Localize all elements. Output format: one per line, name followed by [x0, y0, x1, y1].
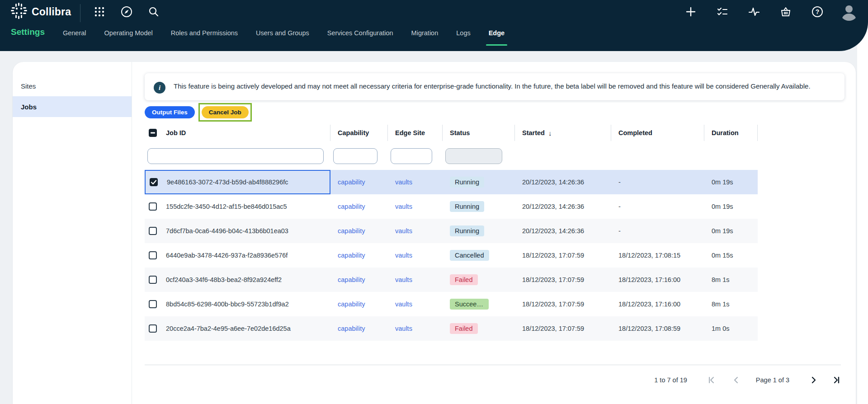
sidebar-item-jobs[interactable]: Jobs [13, 96, 132, 117]
capability-filter-input[interactable] [333, 148, 377, 164]
edge-site-link[interactable]: vaults [395, 325, 412, 332]
tab-services-configuration[interactable]: Services Configuration [327, 29, 393, 37]
select-all-checkbox[interactable] [149, 129, 157, 137]
cancel-job-button[interactable]: Cancel Job [202, 106, 249, 118]
started-cell: 18/12/2023, 17:07:59 [515, 325, 611, 332]
duration-cell: 1m 0s [704, 325, 758, 332]
first-page-button[interactable] [707, 376, 716, 385]
duration-cell: 8m 1s [704, 301, 758, 308]
tab-users-and-groups[interactable]: Users and Groups [256, 29, 309, 37]
last-page-button[interactable] [832, 376, 841, 385]
compass-icon[interactable] [118, 3, 136, 21]
duration-cell: 0m 15s [704, 252, 758, 259]
edge-site-link[interactable]: vaults [395, 179, 412, 186]
duration-cell: 0m 19s [704, 179, 758, 186]
job-id-cell: 9e486163-3072-473d-b59d-ab4f888296fc [167, 179, 288, 186]
edge-site-link[interactable]: vaults [395, 203, 412, 210]
tasks-icon[interactable] [713, 3, 731, 21]
status-badge: Succeeded [450, 299, 489, 310]
help-icon[interactable]: ? [808, 3, 826, 21]
apps-grid-icon[interactable] [90, 3, 108, 21]
main-nav: GeneralOperating ModelRoles and Permissi… [63, 29, 523, 37]
col-header-completed[interactable]: Completed [611, 125, 704, 141]
capability-link[interactable]: capability [338, 227, 365, 235]
svg-text:?: ? [816, 8, 820, 15]
col-header-job-id[interactable]: Job ID [166, 129, 186, 136]
completed-cell: 18/12/2023, 17:16:00 [611, 276, 704, 283]
capability-link[interactable]: capability [338, 301, 365, 308]
tab-general[interactable]: General [63, 29, 86, 37]
job-id-cell: 0cf240a3-34f6-48b3-bea2-8f92a924eff2 [166, 276, 282, 283]
table-row[interactable]: 9e486163-3072-473d-b59d-ab4f888296fc cap… [145, 170, 758, 194]
row-checkbox[interactable] [149, 276, 157, 284]
edge-site-link[interactable]: vaults [395, 252, 412, 259]
content-card: SitesJobs i This feature is being active… [13, 62, 856, 404]
started-cell: 20/12/2023, 14:26:36 [515, 203, 611, 210]
table-row[interactable]: 155dc2fe-3450-4d12-af15-be846d015ac5 cap… [145, 194, 758, 219]
avatar[interactable] [840, 3, 858, 21]
output-files-button[interactable]: Output Files [145, 106, 195, 118]
row-checkbox[interactable] [149, 300, 157, 308]
next-page-button[interactable] [809, 376, 818, 385]
edge-site-link[interactable]: vaults [395, 227, 412, 235]
col-header-duration[interactable]: Duration [704, 125, 758, 141]
col-header-status[interactable]: Status [443, 125, 515, 141]
completed-cell: - [611, 179, 704, 186]
col-header-edge-site[interactable]: Edge Site [388, 125, 443, 141]
search-icon[interactable] [145, 3, 163, 21]
edge-site-filter-input[interactable] [391, 148, 432, 164]
tab-roles-and-permissions[interactable]: Roles and Permissions [171, 29, 238, 37]
started-cell: 18/12/2023, 17:07:59 [515, 276, 611, 283]
row-checkbox[interactable] [149, 202, 157, 211]
activity-icon[interactable] [745, 3, 763, 21]
table-row[interactable]: 8bd54c85-6298-400b-bbc9-55723b1df9a2 cap… [145, 292, 758, 316]
table-row[interactable]: 6440e9ab-3478-4426-937a-f2a8936e576f cap… [145, 243, 758, 268]
capability-link[interactable]: capability [338, 179, 365, 186]
info-icon: i [154, 82, 165, 94]
scrollbar-track[interactable] [857, 0, 868, 404]
row-checkbox[interactable] [149, 251, 157, 259]
settings-section-label[interactable]: Settings [11, 27, 45, 37]
sidebar: SitesJobs [13, 62, 132, 404]
completed-cell: 18/12/2023, 17:16:00 [611, 301, 704, 308]
tab-migration[interactable]: Migration [411, 29, 439, 37]
topbar-divider [80, 4, 80, 22]
edge-site-link[interactable]: vaults [395, 301, 412, 308]
edge-site-link[interactable]: vaults [395, 276, 412, 283]
job-id-filter-input[interactable] [147, 148, 324, 164]
table-row[interactable]: 20cce2a4-7ba2-4e95-a6ee-7e02de16d25a cap… [145, 316, 758, 341]
started-cell: 20/12/2023, 14:26:36 [515, 179, 611, 186]
collibra-brand[interactable]: Collibra [11, 3, 71, 21]
tab-logs[interactable]: Logs [456, 29, 470, 37]
col-header-started[interactable]: Started ↓ [515, 125, 611, 141]
row-checkbox[interactable] [149, 324, 157, 333]
capability-link[interactable]: capability [338, 325, 365, 332]
previous-page-button[interactable] [731, 376, 741, 385]
tab-operating-model[interactable]: Operating Model [104, 29, 153, 37]
pagination-range: 1 to 7 of 19 [654, 376, 687, 384]
table-row[interactable]: 0cf240a3-34f6-48b3-bea2-8f92a924eff2 cap… [145, 268, 758, 292]
capability-link[interactable]: capability [338, 276, 365, 283]
beta-info-banner: i This feature is being actively develop… [145, 73, 844, 100]
basket-icon[interactable] [777, 3, 795, 21]
sidebar-item-sites[interactable]: Sites [13, 75, 132, 96]
main-panel: i This feature is being actively develop… [132, 62, 856, 404]
table-header-row: Job ID Capability Edge Site Status Start… [145, 123, 758, 143]
row-checkbox[interactable] [150, 178, 158, 186]
capability-link[interactable]: capability [338, 203, 365, 210]
table-row[interactable]: 7d6cf7ba-0ca6-4496-b04c-413b6b01ea03 cap… [145, 219, 758, 243]
started-cell: 18/12/2023, 17:07:59 [515, 301, 611, 308]
banner-text: This feature is being actively developed… [174, 81, 811, 91]
capability-link[interactable]: capability [338, 252, 365, 259]
status-badge: Failed [450, 274, 478, 285]
tab-edge[interactable]: Edge [489, 29, 505, 37]
col-header-capability[interactable]: Capability [330, 125, 388, 141]
job-id-cell: 6440e9ab-3478-4426-937a-f2a8936e576f [166, 252, 288, 259]
table-body: 9e486163-3072-473d-b59d-ab4f888296fc cap… [145, 170, 758, 341]
row-checkbox[interactable] [149, 227, 157, 235]
duration-cell: 0m 19s [704, 203, 758, 210]
pagination-bar: 1 to 7 of 19 Page 1 of 3 [145, 365, 841, 395]
add-icon[interactable] [682, 3, 700, 21]
collibra-logo-icon [11, 3, 27, 21]
status-filter-input[interactable] [445, 148, 502, 164]
